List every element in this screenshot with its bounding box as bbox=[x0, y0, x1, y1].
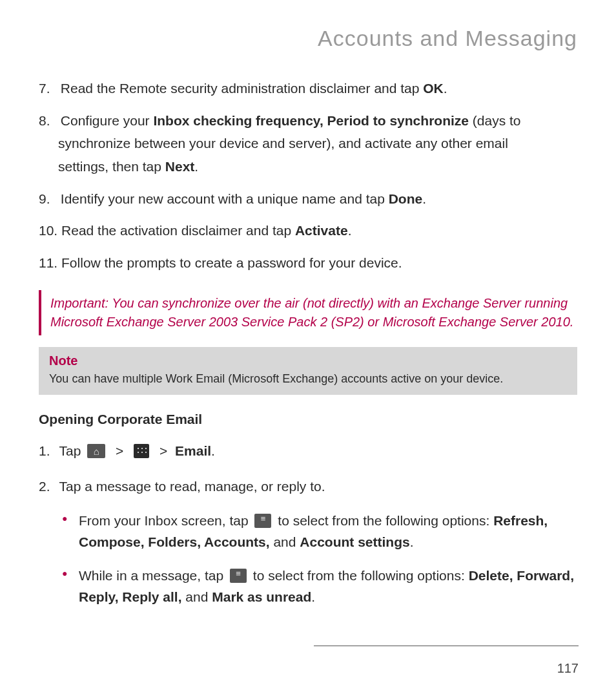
important-label: Important: bbox=[50, 296, 108, 310]
bold-options2: Account settings bbox=[300, 534, 409, 549]
step-text: Configure your bbox=[61, 113, 154, 128]
step-number: 9. bbox=[39, 187, 57, 211]
chapter-title: Accounts and Messaging bbox=[39, 26, 577, 51]
bullet-text: and bbox=[182, 589, 212, 604]
section-heading: Opening Corporate Email bbox=[39, 412, 577, 427]
step-text-post: . bbox=[348, 223, 352, 238]
step-text-line3: settings, then tap Next. bbox=[58, 155, 577, 178]
step-text: Tap a message to read, manage, or reply … bbox=[59, 479, 325, 494]
step-text: Tap bbox=[59, 443, 85, 458]
manual-page: Accounts and Messaging 7. Read the Remot… bbox=[0, 0, 616, 694]
step-text-end: . bbox=[211, 443, 215, 458]
step-text-post: . bbox=[422, 191, 426, 206]
step-8: 8. Configure your Inbox checking frequen… bbox=[39, 109, 577, 178]
bullet-text: to select from the following options: bbox=[253, 568, 469, 583]
step-text: (days to bbox=[469, 113, 521, 128]
open-step-1: 1. Tap > > Email. bbox=[39, 439, 577, 464]
menu-icon bbox=[254, 514, 271, 528]
bullet-text: to select from the following options: bbox=[278, 513, 493, 528]
note-box: Note You can have multiple Work Email (M… bbox=[39, 347, 577, 395]
step-text-line2: synchronize between your device and serv… bbox=[58, 132, 577, 155]
bold-ok: OK bbox=[423, 81, 444, 96]
menu-icon bbox=[230, 569, 247, 583]
step-number: 8. bbox=[39, 109, 57, 132]
list-item: While in a message, tap to select from t… bbox=[62, 565, 577, 608]
bold-next: Next bbox=[165, 159, 195, 174]
bullet-text: and bbox=[270, 534, 300, 549]
bullet-text: . bbox=[311, 589, 315, 604]
bold-activate: Activate bbox=[295, 223, 348, 238]
sub-bullet-list: From your Inbox screen, tap to select fr… bbox=[62, 510, 577, 608]
apps-grid-icon bbox=[134, 444, 149, 458]
important-callout: Important: You can synchronize over the … bbox=[39, 290, 577, 335]
page-number: 117 bbox=[557, 661, 579, 676]
home-icon bbox=[87, 444, 105, 458]
step-number: 11. bbox=[39, 251, 57, 275]
step-number: 1. bbox=[39, 439, 56, 464]
step-text: Read the Remote security administration … bbox=[61, 81, 423, 96]
step-number: 2. bbox=[39, 474, 56, 499]
step-text: Read the activation disclaimer and tap bbox=[61, 223, 295, 238]
note-body: You can have multiple Work Email (Micros… bbox=[49, 372, 567, 386]
bold-done: Done bbox=[389, 191, 423, 206]
separator: > bbox=[116, 443, 123, 458]
important-body: You can synchronize over the air (not di… bbox=[50, 296, 573, 329]
bold-email: Email bbox=[175, 443, 211, 458]
step-11: 11. Follow the prompts to create a passw… bbox=[39, 251, 577, 275]
step-number: 7. bbox=[39, 77, 57, 100]
step-text: Identify your new account with a unique … bbox=[61, 191, 389, 206]
numbered-steps: 7. Read the Remote security administrati… bbox=[39, 77, 577, 275]
step-text: Follow the prompts to create a password … bbox=[61, 255, 402, 270]
list-item: From your Inbox screen, tap to select fr… bbox=[62, 510, 577, 553]
open-step-2: 2. Tap a message to read, manage, or rep… bbox=[39, 474, 577, 499]
step-9: 9. Identify your new account with a uniq… bbox=[39, 187, 577, 211]
step-7: 7. Read the Remote security administrati… bbox=[39, 77, 577, 100]
note-title: Note bbox=[49, 353, 567, 368]
important-text: Important: You can synchronize over the … bbox=[50, 294, 577, 331]
step-number: 10. bbox=[39, 219, 57, 242]
step-10: 10. Read the activation disclaimer and t… bbox=[39, 219, 577, 242]
bullet-text: . bbox=[410, 534, 414, 549]
bold-freq: Inbox checking frequency, Period to sync… bbox=[153, 113, 469, 128]
bullet-text: While in a message, tap bbox=[79, 568, 227, 583]
bold-options2: Mark as unread bbox=[212, 589, 311, 604]
bullet-text: From your Inbox screen, tap bbox=[79, 513, 252, 528]
step-text-post: . bbox=[444, 81, 447, 96]
separator: > bbox=[159, 443, 167, 458]
